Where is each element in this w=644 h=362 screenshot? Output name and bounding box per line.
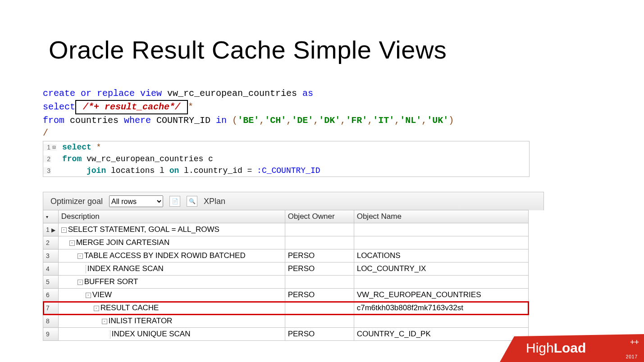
sql-editor[interactable]: 1 ⊟ select * 2 from vw_rc_european_count… [43,141,530,177]
row-number: 5 [43,276,59,289]
row-number: 9 [43,328,59,341]
plan-row[interactable]: 7-RESULT CACHEc7m6tkh03b808f2mk7163v32st [43,302,529,315]
sql-hint: /*+ result_cache*/ [78,102,186,112]
highload-logo: HighLoad ++ 2017 [500,334,644,362]
ident-span: countries [64,115,124,126]
plan-description: INDEX UNIQUE SCAN [58,328,285,341]
editor-line-1: 1 ⊟ select * [43,141,529,153]
plan-description: -INLIST ITERATOR [58,315,285,328]
expand-collapse-icon[interactable]: - [94,306,99,311]
col-object-owner[interactable]: Object Owner [285,210,354,223]
plan-object-name: VW_RC_EUROPEAN_COUNTRIES [354,289,528,302]
line-number: 3 [43,167,51,174]
row-number: 4 [43,262,59,276]
plan-object-name: c7m6tkh03b808f2mk7163v32st [354,302,528,315]
slide: Oracle Result Cache Simple Views create … [0,0,644,362]
comma-span: , [259,115,265,126]
plan-row[interactable]: 2-MERGE JOIN CARTESIAN [43,236,529,249]
row-number: 2 [43,236,59,249]
tool-icon-2[interactable]: 🔍 [187,196,197,207]
editor-line-3: 3 join locations l on l.country_id = :C_… [43,165,529,176]
plan-row[interactable]: 6-VIEWPERSOVW_RC_EUROPEAN_COUNTRIES [43,289,529,302]
str-span: 'BE' [238,115,259,126]
plan-object-owner: PERSO [285,262,354,276]
str-span: 'NL' [400,115,421,126]
plan-object-name [354,276,528,289]
row-number: 7 [43,302,59,315]
editor-code: select * [60,143,529,152]
hint-highlight-box: /*+ result_cache*/ [75,100,188,114]
plan-description: -RESULT CACHE [58,302,285,315]
line-number: 2 [43,155,51,163]
logo-plus: ++ [630,338,639,347]
expand-collapse-icon[interactable]: - [102,319,107,324]
plan-row[interactable]: 9INDEX UNIQUE SCANPERSOCOUNTRY_C_ID_PK [43,328,529,341]
plan-toolbar: Optimizer goal All rows 📄 🔍 XPlan [43,192,544,210]
line-number: 1 [43,144,51,151]
kw-span: from [43,115,64,126]
plan-object-owner [285,223,354,236]
kw-span: as [302,88,313,99]
plan-object-owner [285,236,354,249]
plan-object-name: LOCATIONS [354,249,528,262]
editor-code: join locations l on l.country_id = :C_CO… [60,166,529,175]
editor-code: from vw_rc_european_countries c [60,154,529,163]
plan-object-owner [285,276,354,289]
plan-description: -SELECT STATEMENT, GOAL = ALL_ROWS [58,223,285,236]
row-number: 8 [43,315,59,328]
kw-span: where [124,115,151,126]
tool-icon-1[interactable]: 📄 [169,196,180,207]
plan-object-owner [285,302,354,315]
ident-span: vw_rc_european_countries [162,88,302,99]
star-span: * [188,102,193,112]
plan-object-owner: PERSO [285,249,354,262]
paren-span: ) [448,115,454,126]
expand-collapse-icon[interactable]: - [69,240,75,246]
plan-row[interactable]: 4INDEX RANGE SCANPERSOLOC_COUNTRY_IX [43,262,529,276]
execution-plan-grid: ▾ Description Object Owner Object Name 1… [43,210,529,341]
xplan-button[interactable]: XPlan [204,197,225,206]
logo-year: 2017 [626,354,638,359]
plan-row[interactable]: 5-BUFFER SORT [43,276,529,289]
row-number: 6 [43,289,59,302]
paren-span: ( [227,115,238,126]
plan-description: INDEX RANGE SCAN [58,262,285,276]
plan-object-name [354,315,528,328]
plan-row[interactable]: 3-TABLE ACCESS BY INDEX ROWID BATCHEDPER… [43,249,529,262]
slash-span: / [43,128,48,138]
plan-description: -VIEW [58,289,285,302]
row-number: 1 ▶ [43,223,59,236]
expand-collapse-icon[interactable]: - [86,293,91,298]
kw-span: select [43,102,75,112]
plan-object-name [354,223,528,236]
plan-object-name [354,236,528,249]
plan-row[interactable]: 1 ▶-SELECT STATEMENT, GOAL = ALL_ROWS [43,223,529,236]
str-span: 'DE' [292,115,313,126]
col-description[interactable]: Description [58,210,285,223]
editor-line-2: 2 from vw_rc_european_countries c [43,153,529,165]
optimizer-goal-select[interactable]: All rows [109,195,163,207]
plan-description: -BUFFER SORT [58,276,285,289]
kw-span: create or replace view [43,88,162,99]
str-span: 'FR' [346,115,367,126]
expand-collapse-icon[interactable]: - [78,253,83,259]
slide-title: Oracle Result Cache Simple Views [49,35,447,64]
plan-object-owner: PERSO [285,289,354,302]
expand-collapse-icon[interactable]: - [61,227,67,233]
plan-row[interactable]: 8-INLIST ITERATOR [43,315,529,328]
grid-header-row: ▾ Description Object Owner Object Name [43,210,529,223]
kw-span: in [216,115,227,126]
expand-collapse-icon[interactable]: - [78,280,83,285]
col-object-name[interactable]: Object Name [354,210,528,223]
plan-object-name: LOC_COUNTRY_IX [354,262,528,276]
grid-corner-menu[interactable]: ▾ [43,210,59,223]
bind-variable: :C_COUNTRY_ID [257,166,320,175]
plan-object-owner [285,315,354,328]
ident-span: COUNTRY_ID [151,115,216,126]
str-span: 'IT' [373,115,394,126]
plan-description: -MERGE JOIN CARTESIAN [58,236,285,249]
plan-description: -TABLE ACCESS BY INDEX ROWID BATCHED [58,249,285,262]
fold-toggle-icon[interactable]: ⊟ [51,144,57,151]
plan-object-owner: PERSO [285,328,354,341]
str-span: 'CH' [265,115,286,126]
